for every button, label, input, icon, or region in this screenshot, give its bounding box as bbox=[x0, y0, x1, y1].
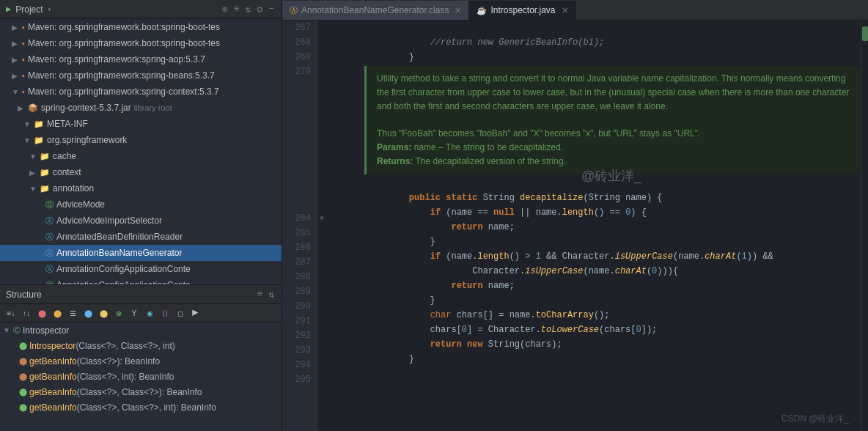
line-num bbox=[282, 79, 311, 94]
struct-method-label: getBeanInfo(Class<?>, Class<?>): BeanInf… bbox=[29, 387, 202, 397]
tree-item[interactable]: ▶ ▪ Maven: org.springframework.boot:spri… bbox=[0, 19, 282, 35]
tab-close-btn[interactable]: ✕ bbox=[562, 6, 568, 15]
code-container: 267 268 269 270 284 285 286 287 288 289 … bbox=[282, 21, 868, 431]
project-title: Project bbox=[15, 4, 43, 15]
tree-arrow: ▶ bbox=[12, 40, 22, 48]
javadoc-returns-text: The decapitalized version of the string. bbox=[415, 156, 565, 166]
tree-item[interactable]: ▼ 📁 META-INF bbox=[0, 116, 282, 132]
add-icon[interactable]: ⊕ bbox=[221, 3, 229, 16]
toolbar-sort-btn[interactable]: ↑↓ bbox=[20, 306, 33, 320]
fold-line bbox=[317, 65, 326, 79]
sort-icon[interactable]: ⇅ bbox=[244, 3, 253, 16]
line-num: 292 bbox=[282, 328, 311, 343]
minimize-icon[interactable]: − bbox=[267, 3, 276, 15]
tree-label: Maven: org.springframework.boot:spring-b… bbox=[28, 38, 220, 48]
tree-item[interactable]: ▶ ▪ Maven: org.springframework.boot:spri… bbox=[0, 35, 282, 51]
struct-method-node[interactable]: ⬤ getBeanInfo(Class<?>, Class<?>): BeanI… bbox=[0, 384, 282, 399]
tree-label: Maven: org.springframework.boot:spring-b… bbox=[28, 22, 220, 32]
tree-sublabel: library root bbox=[134, 103, 172, 112]
left-panel: ▶ Project ▾ ⊕ ≡ ⇅ ⚙ − ▶ ▪ Maven: org.spr… bbox=[0, 0, 282, 431]
class-icon: Ⓖ bbox=[45, 199, 54, 210]
jar-icon: 📦 bbox=[28, 103, 38, 113]
tree-label: AnnotationConfigApplicationConte bbox=[56, 264, 191, 274]
structure-sort-icon[interactable]: ⇅ bbox=[267, 288, 276, 301]
toolbar-list-btn[interactable]: ☰ bbox=[66, 306, 79, 320]
line-num: 293 bbox=[282, 343, 311, 358]
folder-icon: 📁 bbox=[40, 152, 50, 161]
tree-item[interactable]: Ⓖ AnnotationConfigApplicationConte bbox=[0, 277, 282, 284]
toolbar-red-btn[interactable]: ⬤ bbox=[35, 306, 48, 320]
tree-arrow: ▼ bbox=[29, 152, 40, 161]
project-header: ▶ Project ▾ ⊕ ≡ ⇅ ⚙ − bbox=[0, 0, 282, 19]
toolbar-add-btn[interactable]: ⊕ bbox=[112, 306, 125, 320]
tree-item[interactable]: ▼ 📁 annotation bbox=[0, 180, 282, 196]
project-tree[interactable]: ▶ ▪ Maven: org.springframework.boot:spri… bbox=[0, 19, 282, 284]
toolbar-angle-btn[interactable]: ⟨⟩ bbox=[158, 306, 172, 320]
tree-item[interactable]: ▶ 📁 context bbox=[0, 164, 282, 180]
fold-line: ▼ bbox=[317, 211, 326, 226]
folder-icon: 📁 bbox=[40, 184, 50, 194]
fold-line bbox=[317, 328, 326, 343]
tree-item[interactable]: ▼ 📁 org.springframework bbox=[0, 132, 282, 148]
line-num: 295 bbox=[282, 372, 311, 387]
tree-label: Maven: org.springframework:spring-contex… bbox=[28, 86, 219, 97]
line-num: 267 bbox=[282, 21, 311, 35]
fold-line bbox=[317, 35, 326, 50]
fold-line bbox=[317, 79, 326, 94]
tree-item[interactable]: Ⓐ AnnotationConfigApplicationConte bbox=[0, 261, 282, 277]
tree-item-selected[interactable]: Ⓐ AnnotationBeanNameGenerator bbox=[0, 245, 282, 261]
toolbar-dot-btn[interactable]: ◉ bbox=[143, 306, 156, 320]
list-icon[interactable]: ≡ bbox=[232, 3, 241, 15]
tree-item[interactable]: ▶ ▪ Maven: org.springframework:spring-be… bbox=[0, 67, 282, 84]
fold-line bbox=[317, 167, 326, 182]
tree-item-cache[interactable]: ▼ 📁 cache bbox=[0, 148, 282, 164]
line-num bbox=[282, 182, 311, 196]
struct-method-node[interactable]: ⬤ getBeanInfo(Class<?>, Class<?>, int): … bbox=[0, 399, 282, 415]
tree-item[interactable]: ▼ ▪ Maven: org.springframework:spring-co… bbox=[0, 84, 282, 100]
tree-item[interactable]: Ⓐ AdviceModeImportSelector bbox=[0, 213, 282, 229]
line-num: 268 bbox=[282, 35, 311, 50]
tree-item[interactable]: ▶ ▪ Maven: org.springframework:spring-ao… bbox=[0, 51, 282, 67]
settings-icon[interactable]: ⚙ bbox=[255, 3, 264, 16]
tab-class-icon: Ⓐ bbox=[290, 5, 298, 16]
tree-item[interactable]: Ⓐ AnnotatedBeanDefinitionReader bbox=[0, 229, 282, 245]
structure-tree[interactable]: ▼ Ⓒ Introspector ⬤ Introspector(Class<?>… bbox=[0, 323, 282, 431]
javadoc-main-text: Utility method to take a string and conv… bbox=[377, 73, 849, 111]
toolbar-play-btn[interactable]: ⯈ bbox=[189, 306, 202, 320]
scroll-marker[interactable] bbox=[861, 21, 868, 431]
struct-root-node[interactable]: ▼ Ⓒ Introspector bbox=[0, 323, 282, 338]
tab-label: Introspector.java bbox=[490, 5, 555, 15]
toolbar-sq-btn[interactable]: ◻ bbox=[174, 306, 187, 320]
method-pub-icon: ⬤ bbox=[19, 388, 27, 396]
line-num bbox=[282, 167, 311, 182]
struct-method-node[interactable]: ⬤ getBeanInfo(Class<?>): BeanInfo bbox=[0, 353, 282, 369]
struct-method-label: getBeanInfo(Class<?>): BeanInfo bbox=[29, 356, 160, 366]
toolbar-sort-alpha-btn[interactable]: ≡↓ bbox=[4, 306, 18, 320]
tree-label: annotation bbox=[53, 183, 94, 194]
tab-introspector[interactable]: ☕ Introspector.java ✕ bbox=[469, 1, 575, 20]
class-icon: Ⓐ bbox=[45, 232, 54, 243]
line-num bbox=[282, 138, 311, 152]
structure-align-icon[interactable]: ≡ bbox=[255, 288, 264, 301]
maven-icon: ▪ bbox=[22, 87, 25, 96]
tab-annotation-bean[interactable]: Ⓐ AnnotationBeanNameGenerator.class ✕ bbox=[282, 1, 469, 20]
code-editor[interactable]: //return new GenericBeanInfo(bi); } Util… bbox=[326, 21, 861, 431]
tab-close-btn[interactable]: ✕ bbox=[455, 6, 461, 15]
toolbar-filter-btn[interactable]: Y bbox=[128, 306, 141, 320]
struct-method-node[interactable]: ⬤ getBeanInfo(Class<?>, int): BeanInfo bbox=[0, 369, 282, 384]
line-num: 290 bbox=[282, 299, 311, 314]
toolbar-blue-btn[interactable]: ⬤ bbox=[81, 306, 95, 320]
tree-label: org.springframework bbox=[47, 135, 127, 145]
fold-line bbox=[317, 50, 326, 65]
structure-title: Structure bbox=[6, 290, 42, 300]
toolbar-orange-btn[interactable]: ⬤ bbox=[51, 306, 64, 320]
line-num bbox=[282, 123, 311, 138]
tree-item[interactable]: Ⓖ AdviceMode bbox=[0, 196, 282, 213]
tree-item[interactable]: ▶ 📦 spring-context-5.3.7.jar library roo… bbox=[0, 100, 282, 116]
toolbar-yellow-btn[interactable]: ⬤ bbox=[97, 306, 110, 320]
javadoc-returns: Returns: The decapitalized version of th… bbox=[377, 156, 566, 166]
line-num: 284 bbox=[282, 211, 311, 226]
fold-line bbox=[317, 240, 326, 255]
fold-line bbox=[317, 196, 326, 211]
struct-method-node[interactable]: ⬤ Introspector(Class<?>, Class<?>, int) bbox=[0, 338, 282, 353]
